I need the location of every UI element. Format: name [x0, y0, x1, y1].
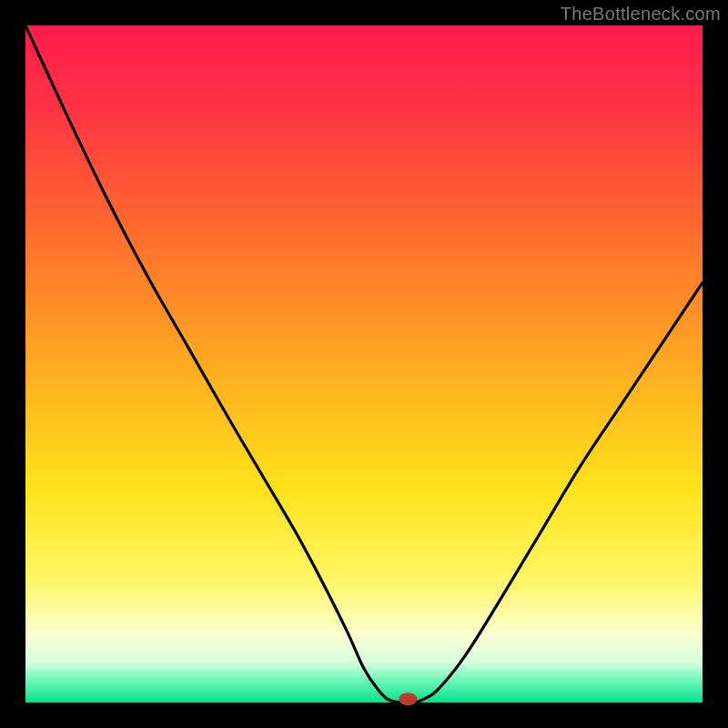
bottleneck-chart: [0, 0, 728, 728]
attribution-text: TheBottleneck.com: [561, 4, 721, 25]
chart-container: TheBottleneck.com: [0, 0, 728, 728]
chart-background-gradient: [25, 25, 703, 703]
optimal-point-marker: [399, 693, 417, 705]
